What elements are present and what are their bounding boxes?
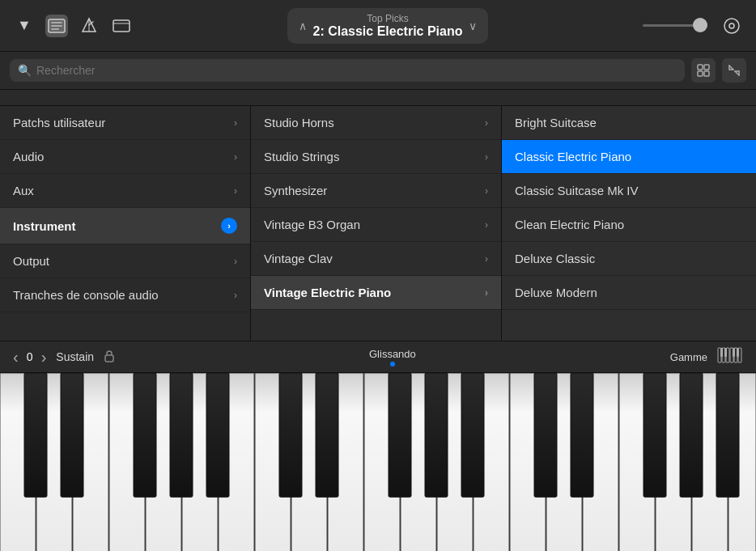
right-label-classic-suitcase-mk-iv: Classic Suitcase Mk IV <box>515 184 639 197</box>
piano-keys-icon[interactable] <box>717 347 743 367</box>
chevron-patchs-utilisateur: › <box>234 117 237 129</box>
sidebar-label-patchs-utilisateur: Patchs utilisateur <box>13 116 105 129</box>
right-item-classic-electric-piano[interactable]: Classic Electric Piano <box>502 140 756 174</box>
preset-arrow-up[interactable]: ∧ <box>299 19 307 32</box>
svg-point-10 <box>729 23 734 28</box>
middle-item-vintage-b3-organ[interactable]: Vintage B3 Organ › <box>251 208 501 242</box>
sidebar-label-audio: Audio <box>13 150 44 163</box>
lock-icon[interactable] <box>104 350 115 365</box>
white-keys-group[interactable] <box>0 373 756 551</box>
sidebar-item-patchs-utilisateur[interactable]: Patchs utilisateur › <box>0 106 250 140</box>
grid-view-icon[interactable] <box>691 58 716 83</box>
chevron-output: › <box>234 256 237 267</box>
black-key-fs3[interactable] <box>389 373 411 497</box>
search-wrapper[interactable]: 🔍 <box>10 59 685 82</box>
collapse-icon[interactable] <box>722 58 746 83</box>
chevron-tranches: › <box>234 290 237 301</box>
sidebar-label-tranches: Tranches de console audio <box>13 288 159 302</box>
chevron-aux: › <box>234 185 237 197</box>
black-key-gs4[interactable] <box>680 373 703 497</box>
svg-rect-2 <box>51 25 62 27</box>
right-label-deluxe-classic: Deluxe Classic <box>515 252 595 265</box>
black-key-gs3[interactable] <box>425 373 448 497</box>
sidebar-item-output[interactable]: Output › <box>0 244 250 278</box>
sidebar-item-tranches[interactable]: Tranches de console audio › <box>0 278 250 312</box>
metronome-icon[interactable] <box>78 15 100 37</box>
chevron-synthesizer: › <box>485 185 488 197</box>
svg-rect-21 <box>105 355 113 362</box>
library-icon[interactable] <box>45 15 68 37</box>
search-input[interactable] <box>36 64 677 77</box>
dropdown-icon[interactable]: ▼ <box>13 15 36 37</box>
middle-item-vintage-clav[interactable]: Vintage Clav › <box>251 242 501 276</box>
right-item-deluxe-classic[interactable]: Deluxe Classic <box>502 242 756 276</box>
right-item-classic-suitcase-mk-iv[interactable]: Classic Suitcase Mk IV <box>502 174 756 208</box>
black-key-ds4[interactable] <box>571 373 593 497</box>
sidebar-item-instrument[interactable]: Instrument › <box>0 208 250 244</box>
right-label-bright-suitcase: Bright Suitcase <box>515 116 597 129</box>
black-key-fs2[interactable] <box>134 373 156 497</box>
svg-rect-12 <box>704 65 709 70</box>
settings-icon[interactable] <box>720 15 743 37</box>
black-key-ds2[interactable] <box>61 373 83 497</box>
middle-label-studio-horns: Studio Horns <box>264 116 334 129</box>
chevron-vintage-clav: › <box>485 253 488 265</box>
svg-rect-28 <box>720 348 723 357</box>
svg-rect-7 <box>113 20 130 32</box>
svg-rect-11 <box>698 65 703 70</box>
black-key-as4[interactable] <box>716 373 739 497</box>
chevron-studio-strings: › <box>485 151 488 163</box>
black-key-cs4[interactable] <box>534 373 557 497</box>
octave-controls: ‹ 0 › <box>13 348 46 367</box>
middle-item-studio-strings[interactable]: Studio Strings › <box>251 140 501 174</box>
octave-value: 0 <box>22 350 38 363</box>
search-bar-icons <box>691 58 746 83</box>
volume-slider[interactable] <box>643 24 707 27</box>
right-label-classic-electric-piano: Classic Electric Piano <box>515 150 631 163</box>
top-bar: ▼ ∧ Top Picks 2: Cl <box>0 0 756 52</box>
middle-label-vintage-b3-organ: Vintage B3 Organ <box>264 218 360 231</box>
black-key-cs2[interactable] <box>24 373 47 497</box>
glissando-indicator <box>390 362 395 367</box>
middle-panel: Studio Horns › Studio Strings › Synthesi… <box>251 106 502 341</box>
black-key-ds3[interactable] <box>316 373 338 497</box>
black-key-gs2[interactable] <box>170 373 193 497</box>
chevron-instrument: › <box>221 218 237 234</box>
preset-arrow-down[interactable]: ∨ <box>469 19 477 32</box>
preset-selector[interactable]: ∧ Top Picks 2: Classic Electric Piano ∨ <box>287 8 489 44</box>
search-bar: 🔍 <box>0 52 756 90</box>
middle-label-vintage-electric-piano: Vintage Electric Piano <box>264 286 391 299</box>
middle-item-synthesizer[interactable]: Synthesizer › <box>251 174 501 208</box>
black-key-as3[interactable] <box>461 373 484 497</box>
top-bar-left: ▼ <box>13 15 133 37</box>
octave-right-arrow[interactable]: › <box>41 348 47 367</box>
svg-rect-30 <box>733 348 735 357</box>
svg-rect-1 <box>51 22 62 23</box>
keyboard-right-controls: Gamme <box>670 347 743 367</box>
sidebar-item-aux[interactable]: Aux › <box>0 174 250 208</box>
keyboard-controls: ‹ 0 › Sustain Glissando Gamme <box>0 341 756 373</box>
search-icon: 🔍 <box>18 64 32 77</box>
top-stub <box>0 90 756 106</box>
middle-label-studio-strings: Studio Strings <box>264 150 339 163</box>
black-key-fs4[interactable] <box>643 373 666 497</box>
right-label-clean-electric-piano: Clean Electric Piano <box>515 218 624 231</box>
middle-item-studio-horns[interactable]: Studio Horns › <box>251 106 501 140</box>
octave-left-arrow[interactable]: ‹ <box>13 348 19 367</box>
chevron-studio-horns: › <box>485 117 488 129</box>
right-item-bright-suitcase[interactable]: Bright Suitcase <box>502 106 756 140</box>
black-key-cs3[interactable] <box>279 373 302 497</box>
svg-rect-29 <box>724 348 727 357</box>
middle-item-vintage-electric-piano[interactable]: Vintage Electric Piano › <box>251 276 501 310</box>
main-content: Patchs utilisateur › Audio › Aux › Instr… <box>0 106 756 341</box>
right-item-clean-electric-piano[interactable]: Clean Electric Piano <box>502 208 756 242</box>
scale-label: Gamme <box>670 351 707 363</box>
right-item-deluxe-modern[interactable]: Deluxe Modern <box>502 276 756 310</box>
black-key-as2[interactable] <box>206 373 229 497</box>
window-icon[interactable] <box>110 15 133 37</box>
sidebar-item-audio[interactable]: Audio › <box>0 140 250 174</box>
chevron-audio: › <box>234 151 237 163</box>
sidebar-label-aux: Aux <box>13 184 34 197</box>
chevron-vintage-electric-piano: › <box>485 287 488 299</box>
glissando-section: Glissando <box>125 348 660 367</box>
